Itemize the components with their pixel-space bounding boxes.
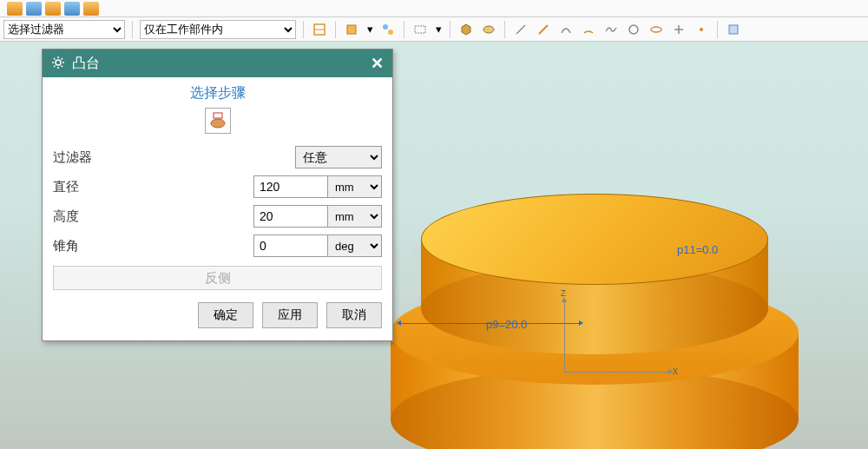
toolbar-icon[interactable] <box>379 21 397 38</box>
svg-rect-5 <box>415 26 425 33</box>
close-icon[interactable]: ✕ <box>371 54 384 73</box>
height-unit-select[interactable]: mm <box>328 205 382 228</box>
row-taper: 锥角 deg <box>53 231 382 261</box>
separator <box>450 21 450 38</box>
svg-point-9 <box>651 27 661 32</box>
svg-rect-13 <box>729 25 738 34</box>
toolbar-icon[interactable] <box>45 2 61 16</box>
boss-model <box>391 194 799 449</box>
toolbar-icon[interactable] <box>311 21 328 38</box>
scope-filter-dropdown[interactable]: 仅在工作部件内 <box>140 20 296 39</box>
dropdown-arrow-icon[interactable]: ▾ <box>365 21 374 38</box>
height-input[interactable] <box>253 205 328 228</box>
svg-point-12 <box>700 28 703 31</box>
rectangle-select-icon[interactable] <box>411 21 429 38</box>
svg-point-4 <box>388 30 393 35</box>
toolbar-icon[interactable] <box>343 21 360 38</box>
filter-select[interactable]: 任意 <box>295 146 382 168</box>
separator <box>504 21 505 38</box>
svg-rect-2 <box>347 25 356 34</box>
dimension-label-p9: p9=20.0 <box>486 318 527 331</box>
step-label: 选择步骤 <box>53 84 382 102</box>
select-face-icon[interactable] <box>205 108 231 134</box>
gear-icon[interactable] <box>51 56 65 72</box>
curve-icon[interactable] <box>557 21 575 38</box>
svg-line-7 <box>516 25 525 34</box>
plus-icon[interactable] <box>670 21 687 38</box>
svg-point-8 <box>629 25 638 34</box>
dimension-label-p11: p11=0.0 <box>677 243 718 256</box>
spline-icon[interactable] <box>602 21 620 38</box>
svg-point-3 <box>383 24 388 30</box>
separator <box>717 21 718 38</box>
label-diameter: 直径 <box>53 179 253 195</box>
svg-point-16 <box>211 119 225 128</box>
toolbar-icon[interactable] <box>83 2 99 16</box>
toolbar-icon[interactable] <box>26 2 42 16</box>
row-filter: 过滤器 任意 <box>53 142 382 172</box>
row-height: 高度 mm <box>53 201 382 231</box>
cancel-button[interactable]: 取消 <box>326 302 382 328</box>
dialog-titlebar[interactable]: 凸台 ✕ <box>43 50 392 77</box>
taper-unit-select[interactable]: deg <box>328 234 382 257</box>
circle-icon[interactable] <box>625 21 642 38</box>
flip-button[interactable]: 反侧 <box>53 266 382 290</box>
separator <box>335 21 336 38</box>
separator <box>303 21 304 38</box>
diameter-unit-select[interactable]: mm <box>328 175 382 198</box>
arc-icon[interactable] <box>580 21 597 38</box>
line-icon[interactable] <box>512 21 529 38</box>
solid-icon[interactable] <box>457 21 475 38</box>
dialog-title-text: 凸台 <box>72 55 371 73</box>
toolbar-icon[interactable] <box>7 2 23 16</box>
apply-button[interactable]: 应用 <box>262 302 318 328</box>
toolbar-icons-row <box>0 0 868 17</box>
edge-icon[interactable] <box>535 21 552 38</box>
selection-filter-dropdown[interactable]: 选择过滤器 <box>3 20 125 39</box>
point-icon[interactable] <box>693 21 710 38</box>
separator <box>132 21 133 38</box>
svg-rect-15 <box>214 113 222 118</box>
label-taper: 锥角 <box>53 238 253 254</box>
label-height: 高度 <box>53 208 253 225</box>
taper-input[interactable] <box>253 234 328 257</box>
filter-bar: 选择过滤器 仅在工作部件内 ▾ ▾ <box>0 17 868 42</box>
ok-button[interactable]: 确定 <box>198 302 253 328</box>
svg-point-6 <box>483 26 494 33</box>
diameter-input[interactable] <box>253 175 328 198</box>
label-filter: 过滤器 <box>53 149 295 166</box>
separator <box>404 21 404 38</box>
dropdown-arrow-icon[interactable]: ▾ <box>434 21 443 38</box>
svg-point-14 <box>56 60 61 65</box>
boss-dialog: 凸台 ✕ 选择步骤 过滤器 任意 直径 mm 高度 mm <box>42 49 393 341</box>
toolbar-icon[interactable] <box>725 21 742 38</box>
dialog-actions: 确定 应用 取消 <box>53 302 382 328</box>
step-section: 选择步骤 <box>53 84 382 134</box>
face-icon[interactable] <box>480 21 497 38</box>
ellipse-icon[interactable] <box>648 21 665 38</box>
toolbar-icon[interactable] <box>64 2 80 16</box>
dialog-body: 选择步骤 过滤器 任意 直径 mm 高度 mm 锥角 <box>43 77 392 340</box>
row-diameter: 直径 mm <box>53 172 382 201</box>
